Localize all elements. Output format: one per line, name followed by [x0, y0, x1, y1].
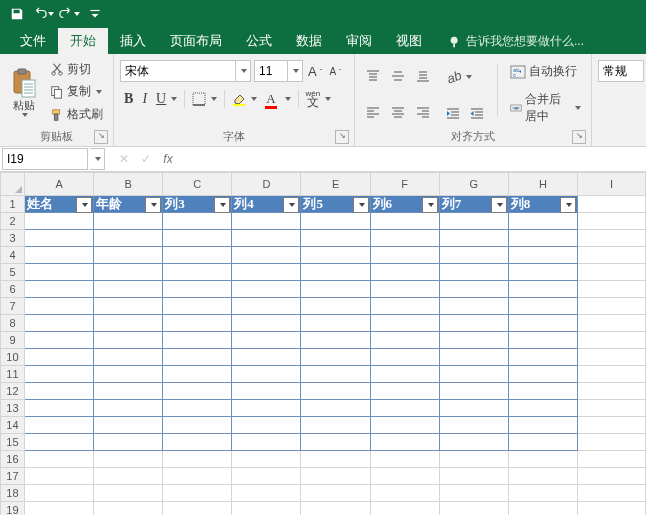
cell-E3[interactable]: [301, 230, 370, 247]
cell-H14[interactable]: [508, 417, 577, 434]
cell-H1[interactable]: 列8: [508, 196, 577, 213]
paste-button[interactable]: 粘贴: [2, 56, 46, 128]
cell-E2[interactable]: [301, 213, 370, 230]
cell-D18[interactable]: [232, 485, 301, 502]
cell-H5[interactable]: [508, 264, 577, 281]
cell-F10[interactable]: [370, 349, 439, 366]
clipboard-launcher[interactable]: ↘: [94, 130, 108, 144]
align-top-button[interactable]: [361, 67, 385, 85]
increase-font-button[interactable]: Aˆ: [306, 62, 324, 81]
row-header-7[interactable]: 7: [1, 298, 25, 315]
merge-center-button[interactable]: a 合并后居中: [506, 89, 585, 127]
cell-F18[interactable]: [370, 485, 439, 502]
cell-F4[interactable]: [370, 247, 439, 264]
col-header-H[interactable]: H: [508, 173, 577, 196]
cell-B3[interactable]: [94, 230, 163, 247]
row-header-2[interactable]: 2: [1, 213, 25, 230]
cell-E16[interactable]: [301, 451, 370, 468]
cell-D3[interactable]: [232, 230, 301, 247]
cell-C14[interactable]: [163, 417, 232, 434]
cell-A18[interactable]: [24, 485, 93, 502]
cell-D11[interactable]: [232, 366, 301, 383]
cell-D6[interactable]: [232, 281, 301, 298]
cell-E19[interactable]: [301, 502, 370, 516]
cell-D12[interactable]: [232, 383, 301, 400]
row-header-8[interactable]: 8: [1, 315, 25, 332]
cell-C7[interactable]: [163, 298, 232, 315]
bold-button[interactable]: B: [120, 89, 137, 109]
cell-E9[interactable]: [301, 332, 370, 349]
cell-G18[interactable]: [439, 485, 508, 502]
cut-button[interactable]: 剪切: [46, 59, 107, 80]
cell-H18[interactable]: [508, 485, 577, 502]
tab-home[interactable]: 开始: [58, 28, 108, 54]
row-header-16[interactable]: 16: [1, 451, 25, 468]
font-size-drop[interactable]: [287, 61, 302, 81]
orientation-button[interactable]: ab: [441, 67, 489, 87]
tab-data[interactable]: 数据: [284, 28, 334, 54]
cell-A16[interactable]: [24, 451, 93, 468]
cell-G7[interactable]: [439, 298, 508, 315]
name-box-drop[interactable]: [90, 148, 105, 170]
cell-A11[interactable]: [24, 366, 93, 383]
cell-D8[interactable]: [232, 315, 301, 332]
cell-F13[interactable]: [370, 400, 439, 417]
cell-I10[interactable]: [577, 349, 645, 366]
cell-F11[interactable]: [370, 366, 439, 383]
cell-B15[interactable]: [94, 434, 163, 451]
cell-H10[interactable]: [508, 349, 577, 366]
cell-A5[interactable]: [24, 264, 93, 281]
cell-C17[interactable]: [163, 468, 232, 485]
cell-I2[interactable]: [577, 213, 645, 230]
font-size-input[interactable]: [255, 62, 287, 80]
cell-D10[interactable]: [232, 349, 301, 366]
cell-C4[interactable]: [163, 247, 232, 264]
cell-G11[interactable]: [439, 366, 508, 383]
row-header-19[interactable]: 19: [1, 502, 25, 516]
cell-F5[interactable]: [370, 264, 439, 281]
cell-I7[interactable]: [577, 298, 645, 315]
cell-I11[interactable]: [577, 366, 645, 383]
cell-F16[interactable]: [370, 451, 439, 468]
cell-D9[interactable]: [232, 332, 301, 349]
cell-E14[interactable]: [301, 417, 370, 434]
cell-G15[interactable]: [439, 434, 508, 451]
alignment-launcher[interactable]: ↘: [572, 130, 586, 144]
undo-button[interactable]: [32, 3, 54, 25]
col-header-D[interactable]: D: [232, 173, 301, 196]
row-header-4[interactable]: 4: [1, 247, 25, 264]
cell-B6[interactable]: [94, 281, 163, 298]
cell-C10[interactable]: [163, 349, 232, 366]
align-middle-button[interactable]: [386, 67, 410, 85]
qat-customize[interactable]: [84, 3, 106, 25]
cell-F7[interactable]: [370, 298, 439, 315]
cell-A17[interactable]: [24, 468, 93, 485]
cell-F2[interactable]: [370, 213, 439, 230]
cell-G12[interactable]: [439, 383, 508, 400]
cell-A13[interactable]: [24, 400, 93, 417]
cell-F8[interactable]: [370, 315, 439, 332]
cell-A3[interactable]: [24, 230, 93, 247]
format-painter-button[interactable]: 格式刷: [46, 104, 107, 125]
cell-A10[interactable]: [24, 349, 93, 366]
cell-E5[interactable]: [301, 264, 370, 281]
filter-button-3[interactable]: [283, 197, 299, 213]
row-header-11[interactable]: 11: [1, 366, 25, 383]
cell-I16[interactable]: [577, 451, 645, 468]
tab-review[interactable]: 审阅: [334, 28, 384, 54]
cell-E10[interactable]: [301, 349, 370, 366]
cell-G14[interactable]: [439, 417, 508, 434]
cell-A8[interactable]: [24, 315, 93, 332]
cell-D13[interactable]: [232, 400, 301, 417]
cell-A14[interactable]: [24, 417, 93, 434]
cell-D15[interactable]: [232, 434, 301, 451]
number-format-input[interactable]: [599, 62, 644, 80]
cell-A9[interactable]: [24, 332, 93, 349]
cell-C2[interactable]: [163, 213, 232, 230]
save-button[interactable]: [6, 3, 28, 25]
increase-indent-button[interactable]: [465, 104, 489, 122]
decrease-font-button[interactable]: Aˇ: [327, 64, 343, 79]
cell-B11[interactable]: [94, 366, 163, 383]
redo-button[interactable]: [58, 3, 80, 25]
cell-A12[interactable]: [24, 383, 93, 400]
